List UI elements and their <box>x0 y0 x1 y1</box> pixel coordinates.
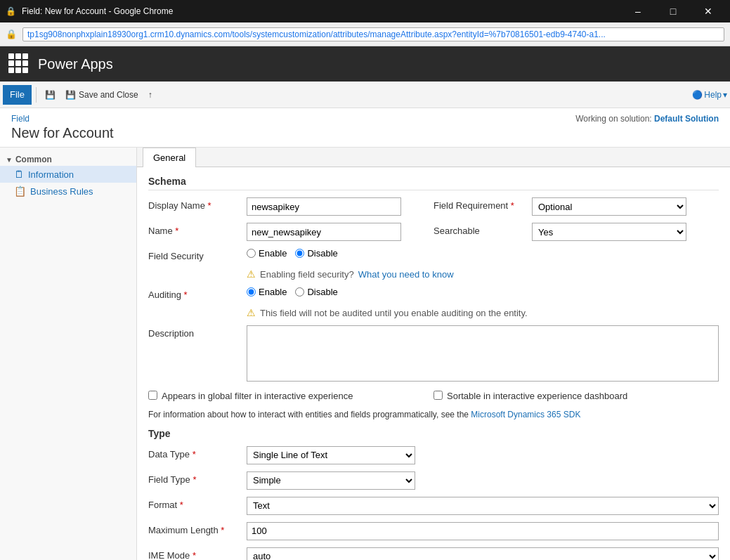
entity-name: New for Account <box>11 125 114 141</box>
max-length-required-star: * <box>221 525 224 535</box>
lock-icon: 🔒 <box>6 29 17 39</box>
waffle-icon[interactable] <box>8 53 30 74</box>
field-security-disable-radio[interactable]: Disable <box>295 248 337 259</box>
main-layout: ▼ Common 🗒 Information 📋 Business Rules … <box>0 148 730 560</box>
field-security-row: Field Security Enable Disable <box>148 248 719 261</box>
format-control: Text Email URL Ticker Symbol Phone <box>247 497 719 515</box>
help-button[interactable]: 🔵 Help ▾ <box>692 90 727 100</box>
app-name: Power Apps <box>38 56 113 72</box>
sortable-checkbox[interactable] <box>434 391 443 400</box>
sidebar: ▼ Common 🗒 Information 📋 Business Rules <box>0 148 137 560</box>
ime-mode-control: auto active inactive disabled <box>247 547 719 560</box>
file-button[interactable]: File <box>3 85 32 105</box>
publish-button[interactable]: ↑ <box>144 85 157 105</box>
business-rules-icon: 📋 <box>14 185 26 197</box>
close-button[interactable]: ✕ <box>692 0 724 22</box>
searchable-label: Searchable <box>434 223 532 236</box>
ime-mode-select[interactable]: auto active inactive disabled <box>247 547 719 560</box>
ime-mode-label: IME Mode * <box>148 547 247 560</box>
auditing-label: Auditing * <box>148 287 247 300</box>
warning-triangle-icon: ⚠ <box>247 268 256 280</box>
format-select[interactable]: Text Email URL Ticker Symbol Phone <box>247 497 719 515</box>
auditing-controls: Enable Disable <box>247 287 719 297</box>
publish-icon: ↑ <box>148 90 152 100</box>
help-icon: 🔵 <box>692 90 703 100</box>
name-col: Name * <box>148 223 434 241</box>
display-name-required-star: * <box>208 200 211 211</box>
name-value <box>247 223 434 241</box>
display-name-col: Display Name * <box>148 197 434 216</box>
address-url[interactable]: tp1sg908nonphxplain18930org1.crm10.dynam… <box>22 27 724 41</box>
field-requirement-required-star: * <box>511 200 514 211</box>
save-close-button[interactable]: 💾 Save and Close <box>61 85 143 105</box>
chevron-down-icon: ▼ <box>6 156 13 164</box>
save-button[interactable]: 💾 <box>41 85 60 105</box>
field-type-control: Simple Calculated Rollup <box>247 471 719 490</box>
save-icon: 💾 <box>45 90 56 100</box>
searchable-select[interactable]: Yes No <box>532 223 686 241</box>
global-filter-text: Appears in global filter in interactive … <box>162 391 434 403</box>
description-textarea[interactable] <box>247 325 719 382</box>
display-name-label: Display Name * <box>148 197 247 211</box>
info-text: For information about how to interact wi… <box>148 410 719 419</box>
app-header: Power Apps <box>0 46 730 82</box>
right-panel: General Schema Display Name * <box>137 148 730 560</box>
sdk-link[interactable]: Microsoft Dynamics 365 SDK <box>471 410 580 419</box>
field-security-enable-radio[interactable]: Enable <box>247 248 287 259</box>
field-type-select[interactable]: Simple Calculated Rollup <box>247 471 415 490</box>
type-section-title: Type <box>148 428 719 439</box>
format-required-star: * <box>180 500 183 510</box>
auditing-enable-radio[interactable]: Enable <box>247 287 287 297</box>
toolbar: File 💾 💾 Save and Close ↑ 🔵 Help ▾ <box>0 82 730 108</box>
name-input[interactable] <box>247 223 401 241</box>
auditing-radio-group: Enable Disable <box>247 287 338 297</box>
data-type-row: Data Type * Single Line of Text Whole Nu… <box>148 446 719 464</box>
working-on: Working on solution: Default Solution <box>575 114 719 124</box>
auditing-required-star: * <box>184 289 188 300</box>
title-bar-icon: 🔒 <box>6 6 16 16</box>
maximize-button[interactable]: □ <box>657 0 689 22</box>
data-type-select[interactable]: Single Line of Text Whole Number Decimal… <box>247 446 415 464</box>
ime-mode-row: IME Mode * auto active inactive disabled <box>148 547 719 560</box>
field-requirement-label: Field Requirement * <box>434 197 532 211</box>
field-requirement-value: Optional Business Recommended Business R… <box>532 197 719 216</box>
max-length-input[interactable] <box>247 522 719 540</box>
field-type-row: Field Type * Simple Calculated Rollup <box>148 471 719 490</box>
display-name-value <box>247 197 434 216</box>
data-type-control: Single Line of Text Whole Number Decimal… <box>247 446 719 464</box>
sidebar-section-common: ▼ Common <box>0 150 136 166</box>
sidebar-item-information[interactable]: 🗒 Information <box>0 166 136 183</box>
schema-section-title: Schema <box>148 176 719 190</box>
auditing-disable-input[interactable] <box>295 287 304 297</box>
sidebar-item-business-rules[interactable]: 📋 Business Rules <box>0 183 136 200</box>
toolbar-separator <box>36 87 37 103</box>
max-length-control <box>247 522 719 540</box>
auditing-enable-input[interactable] <box>247 287 256 297</box>
name-required-star: * <box>175 226 178 236</box>
field-requirement-select[interactable]: Optional Business Recommended Business R… <box>532 197 686 216</box>
tab-general[interactable]: General <box>143 148 196 167</box>
field-security-controls: Enable Disable <box>247 248 719 259</box>
field-security-enable-input[interactable] <box>247 249 256 258</box>
description-row: Description <box>148 325 719 384</box>
information-icon: 🗒 <box>14 169 24 180</box>
checkbox-row: Appears in global filter in interactive … <box>148 391 719 403</box>
tab-bar: General <box>137 148 730 167</box>
help-chevron-icon: ▾ <box>723 90 727 100</box>
display-name-input[interactable] <box>247 197 401 216</box>
sortable-label-row: Sortable in interactive experience dashb… <box>434 391 719 403</box>
minimize-button[interactable]: – <box>622 0 654 22</box>
global-filter-label-row: Appears in global filter in interactive … <box>148 391 434 403</box>
max-length-label: Maximum Length * <box>148 522 247 535</box>
searchable-col: Searchable Yes No <box>434 223 719 241</box>
field-security-label: Field Security <box>148 248 247 261</box>
name-label: Name * <box>148 223 247 236</box>
what-you-need-to-know-link[interactable]: What you need to know <box>358 269 454 280</box>
display-name-row: Display Name * Field Requirement * Optio <box>148 197 719 216</box>
global-filter-checkbox[interactable] <box>148 391 157 400</box>
entity-header: Field New for Account Working on solutio… <box>0 108 730 148</box>
data-type-required-star: * <box>193 449 196 460</box>
field-security-disable-input[interactable] <box>295 249 304 258</box>
field-security-radio-group: Enable Disable <box>247 248 338 259</box>
auditing-disable-radio[interactable]: Disable <box>295 287 337 297</box>
